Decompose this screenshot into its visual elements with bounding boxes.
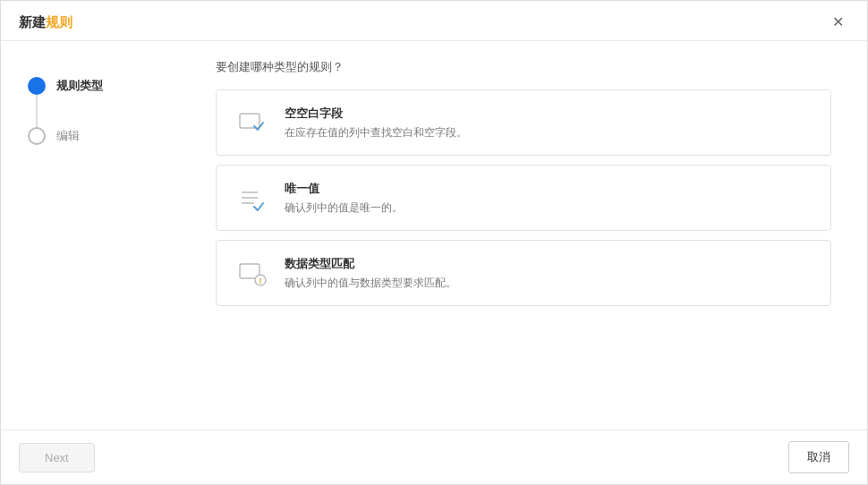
cancel-button[interactable]: 取消 bbox=[788, 441, 849, 473]
sidebar: 规则类型 编辑 bbox=[1, 41, 180, 430]
empty-field-svg bbox=[236, 106, 268, 139]
empty-field-icon bbox=[234, 105, 270, 140]
title-part1: 新建 bbox=[19, 14, 46, 30]
next-button[interactable]: Next bbox=[19, 443, 95, 472]
step-connector bbox=[36, 95, 38, 127]
unique-value-icon bbox=[234, 180, 270, 216]
data-type-match-svg: ! bbox=[236, 257, 268, 289]
main-content: 要创建哪种类型的规则？ 空空白字段 在应存在值的列中查找空白和空字段。 bbox=[180, 41, 867, 430]
close-button[interactable]: ✕ bbox=[827, 13, 849, 31]
empty-field-title: 空空白字段 bbox=[285, 106, 467, 122]
unique-value-desc: 确认列中的值是唯一的。 bbox=[285, 200, 403, 216]
data-type-match-desc: 确认列中的值与数据类型要求匹配。 bbox=[285, 276, 456, 291]
dialog-header: 新建规则 ✕ bbox=[1, 1, 867, 41]
dialog-title: 新建规则 bbox=[19, 14, 72, 31]
step-edit[interactable]: 编辑 bbox=[28, 127, 153, 145]
new-rule-dialog: 新建规则 ✕ 规则类型 编辑 要创建哪种类 bbox=[0, 0, 868, 485]
svg-text:!: ! bbox=[260, 277, 262, 285]
option-data-type-match[interactable]: ! 数据类型匹配 确认列中的值与数据类型要求匹配。 bbox=[216, 240, 831, 306]
check-icon bbox=[32, 81, 41, 90]
data-type-match-icon: ! bbox=[234, 255, 270, 291]
dialog-footer: Next 取消 bbox=[1, 430, 867, 484]
step-rule-type[interactable]: 规则类型 bbox=[28, 77, 153, 95]
option-unique-value[interactable]: 唯一值 确认列中的值是唯一的。 bbox=[216, 165, 831, 231]
empty-field-desc: 在应存在值的列中查找空白和空字段。 bbox=[285, 125, 467, 140]
data-type-match-text: 数据类型匹配 确认列中的值与数据类型要求匹配。 bbox=[285, 256, 456, 291]
step-label-edit: 编辑 bbox=[56, 128, 80, 144]
data-type-match-title: 数据类型匹配 bbox=[285, 256, 456, 272]
step-dot-edit bbox=[28, 127, 46, 145]
step-dot-rule-type bbox=[28, 77, 46, 95]
unique-value-title: 唯一值 bbox=[285, 181, 403, 197]
step-label-rule-type: 规则类型 bbox=[56, 78, 103, 94]
unique-value-svg bbox=[236, 182, 268, 214]
svg-rect-1 bbox=[240, 114, 260, 128]
title-part2: 规则 bbox=[46, 14, 72, 30]
dialog-body: 规则类型 编辑 要创建哪种类型的规则？ 空空白字段 bbox=[1, 41, 867, 430]
empty-field-text: 空空白字段 在应存在值的列中查找空白和空字段。 bbox=[285, 106, 467, 140]
section-title: 要创建哪种类型的规则？ bbox=[216, 59, 831, 75]
svg-point-0 bbox=[32, 81, 41, 90]
option-empty-field[interactable]: 空空白字段 在应存在值的列中查找空白和空字段。 bbox=[216, 89, 831, 156]
unique-value-text: 唯一值 确认列中的值是唯一的。 bbox=[285, 181, 403, 216]
